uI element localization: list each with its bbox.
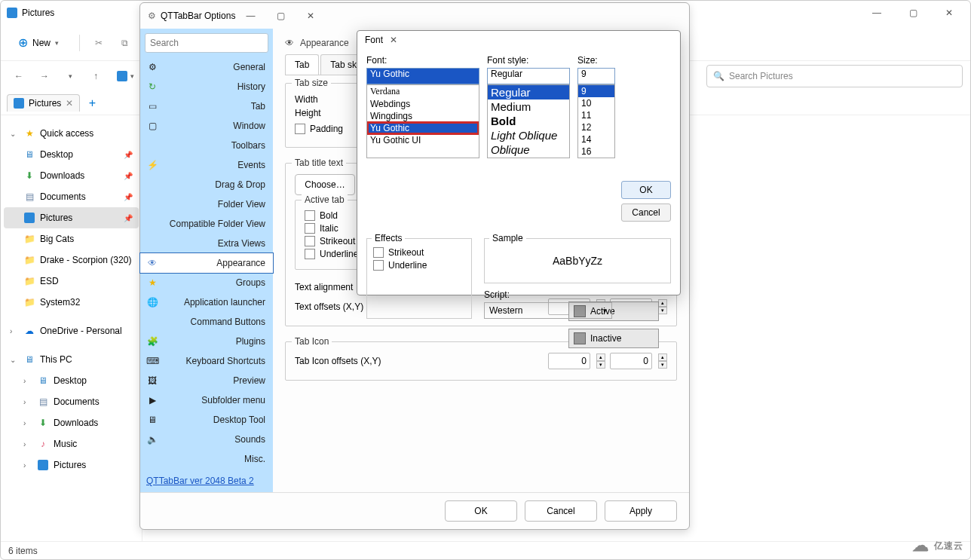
size-option[interactable]: 11 (578, 109, 614, 121)
qt-version-label[interactable]: QTTabBar ver 2048 Beta 2 (146, 476, 254, 486)
up-button[interactable]: ↑ (85, 66, 106, 87)
qt-item-toolbars[interactable]: Toolbars (140, 136, 273, 155)
tab-close-icon[interactable]: ✕ (66, 98, 73, 109)
qt-item-history[interactable]: ↻History (140, 77, 273, 96)
qt-item-events[interactable]: ⚡Events (140, 155, 273, 175)
explorer-tab[interactable]: Pictures ✕ (7, 94, 80, 112)
style-list[interactable]: Regular Medium Bold Light Oblique Obliqu… (487, 84, 570, 158)
font-option[interactable]: Verdana (367, 85, 479, 98)
qt-search[interactable] (145, 33, 268, 53)
qt-item-compatfolderview[interactable]: Compatible Folder View (140, 214, 273, 234)
font-close-button[interactable]: ✕ (383, 31, 404, 49)
qt-cancel-button[interactable]: Cancel (525, 500, 597, 522)
cut-icon[interactable]: ✂ (92, 36, 106, 50)
qt-item-window[interactable]: ▢Window (140, 116, 273, 136)
font-option[interactable]: Wingdings (367, 110, 479, 122)
style-option[interactable]: Bold (488, 114, 569, 128)
qt-item-cmdbuttons[interactable]: Command Buttons (140, 312, 273, 332)
font-list[interactable]: Verdana Webdings Wingdings Yu Gothic Yu … (366, 84, 479, 158)
qt-close-button[interactable]: ✕ (296, 5, 326, 26)
qt-item-subfolder[interactable]: ▶Subfolder menu (140, 390, 273, 410)
recent-dropdown[interactable]: ▾ (60, 66, 81, 87)
pc-documents[interactable]: ›▤Documents (4, 391, 139, 412)
onedrive[interactable]: ›☁OneDrive - Personal (4, 320, 139, 341)
pc-music[interactable]: ›♪Music (4, 433, 139, 454)
style-option[interactable]: Medium (488, 99, 569, 114)
close-button[interactable]: ✕ (934, 2, 964, 23)
qt-item-desktoptool[interactable]: 🖥Desktop Tool (140, 410, 273, 430)
font-option[interactable]: Webdings (367, 98, 479, 110)
qt-item-preview[interactable]: 🖼Preview (140, 371, 273, 390)
icon-offset-y[interactable]: 0 (610, 353, 652, 369)
spinner[interactable]: ▴▾ (658, 353, 667, 369)
font-cancel-button[interactable]: Cancel (621, 203, 671, 222)
spinner[interactable]: ▴▾ (596, 353, 605, 369)
new-button[interactable]: ⊕ New ▾ (10, 32, 67, 54)
qt-item-misc[interactable]: Misc. (140, 449, 273, 469)
icon-offset-x[interactable]: 0 (548, 353, 590, 369)
chevron-right-icon: › (23, 398, 32, 406)
maximize-button[interactable]: ▢ (898, 2, 928, 23)
qt-item-tab[interactable]: ▭Tab (140, 96, 273, 116)
qt-item-extraviews[interactable]: Extra Views (140, 234, 273, 253)
qt-search-input[interactable] (145, 33, 268, 53)
qt-ok-button[interactable]: OK (445, 500, 517, 522)
font-option-selected[interactable]: Yu Gothic (367, 122, 479, 134)
sidebar-item-desktop[interactable]: 🖥Desktop📌 (4, 144, 139, 165)
size-option[interactable]: 18 (578, 158, 614, 158)
qt-minimize-button[interactable]: — (235, 5, 265, 26)
style-option[interactable]: Light Oblique (488, 128, 569, 142)
qt-item-groups[interactable]: ★Groups (140, 273, 273, 292)
size-option[interactable]: 16 (578, 145, 614, 158)
qt-item-general[interactable]: ⚙General (140, 57, 273, 77)
size-option[interactable]: 10 (578, 97, 614, 109)
qt-item-plugins[interactable]: 🧩Plugins (140, 332, 273, 351)
pc-downloads[interactable]: ›⬇Downloads (4, 412, 139, 433)
preview-inactive[interactable]: Inactive (568, 329, 659, 348)
qt-apply-button[interactable]: Apply (605, 500, 677, 522)
size-option[interactable]: 14 (578, 133, 614, 145)
style-input[interactable]: Regular (487, 68, 570, 84)
qt-maximize-button[interactable]: ▢ (265, 5, 296, 26)
quick-access[interactable]: ⌄ ★ Quick access (4, 123, 139, 144)
sidebar-item-drake[interactable]: 📁Drake - Scorpion (320) (4, 249, 139, 271)
qt-item-folderview[interactable]: Folder View (140, 194, 273, 214)
copy-icon[interactable]: ⧉ (118, 36, 131, 50)
minimize-button[interactable]: — (862, 2, 892, 23)
qt-item-shortcuts[interactable]: ⌨Keyboard Shortcuts (140, 351, 273, 371)
font-ok-button[interactable]: OK (621, 181, 671, 199)
size-list[interactable]: 9 10 11 12 14 16 18 (577, 84, 615, 158)
size-input[interactable]: 9 (577, 68, 615, 84)
sidebar-item-esd[interactable]: 📁ESD (4, 271, 139, 292)
new-tab-button[interactable]: + (84, 96, 100, 111)
qt-item-dragdrop[interactable]: Drag & Drop (140, 175, 273, 194)
font-strikeout-checkbox[interactable]: Strikeout (373, 247, 465, 258)
sidebar-item-pictures[interactable]: Pictures📌 (4, 207, 139, 228)
search-input[interactable]: 🔍 Search Pictures (706, 65, 963, 87)
sidebar-item-system32[interactable]: 📁System32 (4, 292, 139, 313)
padding-checkbox[interactable]: Padding (295, 124, 343, 134)
size-option[interactable]: 12 (578, 121, 614, 133)
sidebar-item-label: Desktop (54, 375, 87, 386)
pc-pictures[interactable]: ›Pictures (4, 454, 139, 476)
forward-button[interactable]: → (34, 66, 55, 87)
font-underline-checkbox[interactable]: Underline (373, 260, 465, 271)
sidebar-item-downloads[interactable]: ⬇Downloads📌 (4, 165, 139, 186)
qt-item-appearance[interactable]: 👁Appearance (140, 253, 273, 273)
this-pc[interactable]: ⌄🖥This PC (4, 349, 139, 370)
sidebar-item-documents[interactable]: ▤Documents📌 (4, 186, 139, 207)
style-option-selected[interactable]: Regular (488, 85, 569, 99)
font-name-input[interactable]: Yu Gothic (366, 68, 479, 84)
pc-desktop[interactable]: ›🖥Desktop (4, 370, 139, 391)
choose-font-button[interactable]: Choose… (295, 174, 355, 195)
qt-tab-tab[interactable]: Tab (285, 54, 319, 75)
sidebar-item-bigcats[interactable]: 📁Big Cats (4, 228, 139, 249)
style-option[interactable]: Oblique (488, 142, 569, 157)
script-select[interactable]: Western ▾ (484, 302, 612, 319)
qt-item-applauncher[interactable]: 🌐Application launcher (140, 292, 273, 312)
qt-item-sounds[interactable]: 🔈Sounds (140, 430, 273, 449)
qt-version-link[interactable]: QTTabBar ver 2048 Beta 2 (140, 470, 273, 492)
size-option-selected[interactable]: 9 (578, 85, 614, 97)
back-button[interactable]: ← (8, 66, 29, 87)
font-option[interactable]: Yu Gothic UI (367, 134, 479, 146)
